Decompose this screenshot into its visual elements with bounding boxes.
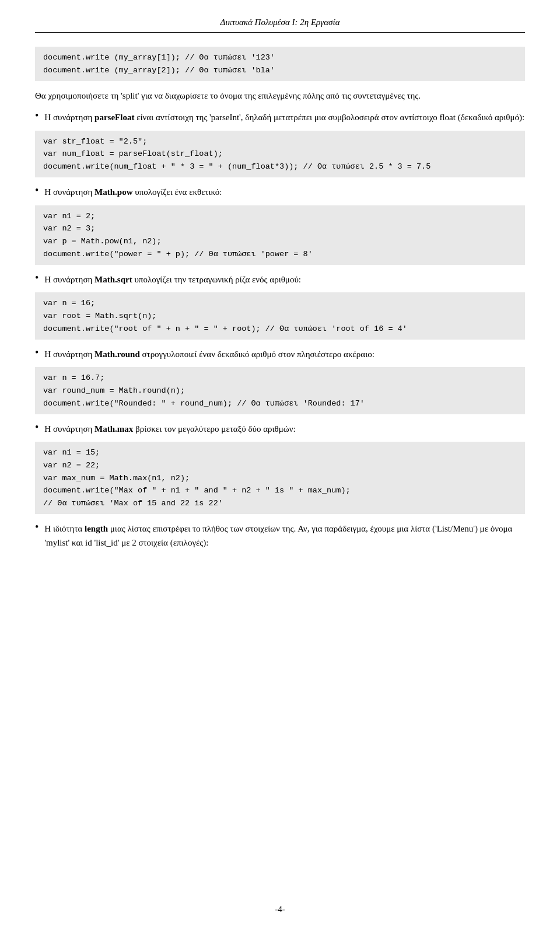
bullet-length: • Η ιδιότητα length μιας λίστας επιστρέφ… bbox=[35, 522, 525, 550]
bullet-parsefloat-bold: parseFloat bbox=[94, 113, 134, 122]
bullet-length-bold: length bbox=[85, 524, 108, 533]
bullet-mathpow-bold: Math.pow bbox=[94, 187, 132, 197]
bullet-mathpow-before: Η συνάρτηση bbox=[44, 187, 94, 197]
page-header-title: Δικτυακά Πολυμέσα Ι: 2η Εργασία bbox=[220, 18, 340, 27]
bullet-dot-mathsqrt: • bbox=[35, 272, 38, 284]
bullet-mathround-bold: Math.round bbox=[94, 350, 140, 359]
code-block-6: var n1 = 15; var n2 = 22; var max_num = … bbox=[35, 442, 525, 514]
bullet-mathsqrt-bold: Math.sqrt bbox=[94, 275, 132, 284]
bullet-item-mathpow: • Η συνάρτηση Math.pow υπολογίζει ένα εκ… bbox=[35, 186, 525, 199]
code-block-5: var n = 16.7; var round_num = Math.round… bbox=[35, 367, 525, 414]
bullet-mathsqrt-before: Η συνάρτηση bbox=[44, 275, 94, 284]
bullet-item-length: • Η ιδιότητα length μιας λίστας επιστρέφ… bbox=[35, 522, 525, 550]
bullet-mathsqrt: • Η συνάρτηση Math.sqrt υπολογίζει την τ… bbox=[35, 273, 525, 340]
bullet-mathsqrt-after: υπολογίζει την τετραγωνική ρίζα ενός αρι… bbox=[132, 275, 301, 284]
bullet-mathmax-bold: Math.max bbox=[94, 424, 133, 434]
bullet-mathmax: • Η συνάρτηση Math.max βρίσκει τον μεγαλ… bbox=[35, 422, 525, 514]
bullet-text-mathpow: Η συνάρτηση Math.pow υπολογίζει ένα εκθε… bbox=[44, 186, 222, 199]
bullet-text-mathround: Η συνάρτηση Math.round στρογγυλοποιεί έν… bbox=[44, 348, 374, 361]
code-block-2: var str_float = "2.5"; var num_float = p… bbox=[35, 131, 525, 178]
bullet-parsefloat-before: Η συνάρτηση bbox=[44, 113, 94, 122]
bullet-mathmax-after: βρίσκει τον μεγαλύτερο μεταξύ δύο αριθμώ… bbox=[133, 424, 295, 434]
bullet-length-before: Η ιδιότητα bbox=[44, 524, 85, 533]
code-block-3: var n1 = 2; var n2 = 3; var p = Math.pow… bbox=[35, 205, 525, 265]
bullet-item-mathround: • Η συνάρτηση Math.round στρογγυλοποιεί … bbox=[35, 348, 525, 361]
bullet-item-parsefloat: • Η συνάρτηση parseFloat είναι αντίστοιχ… bbox=[35, 111, 525, 124]
bullet-text-mathsqrt: Η συνάρτηση Math.sqrt υπολογίζει την τετ… bbox=[44, 273, 301, 286]
bullet-item-mathsqrt: • Η συνάρτηση Math.sqrt υπολογίζει την τ… bbox=[35, 273, 525, 286]
bullet-item-mathmax: • Η συνάρτηση Math.max βρίσκει τον μεγαλ… bbox=[35, 422, 525, 436]
bullet-mathround: • Η συνάρτηση Math.round στρογγυλοποιεί … bbox=[35, 348, 525, 414]
page-number: -4- bbox=[275, 904, 285, 914]
bullet-dot-parsefloat: • bbox=[35, 110, 38, 122]
code-block-4: var n = 16; var root = Math.sqrt(n); doc… bbox=[35, 292, 525, 340]
bullet-mathround-before: Η συνάρτηση bbox=[44, 350, 94, 359]
bullet-text-mathmax: Η συνάρτηση Math.max βρίσκει τον μεγαλύτ… bbox=[44, 422, 295, 436]
page-header: Δικτυακά Πολυμέσα Ι: 2η Εργασία bbox=[35, 18, 525, 33]
bullet-mathround-after: στρογγυλοποιεί έναν δεκαδικό αριθμό στον… bbox=[140, 350, 374, 359]
bullet-dot-length: • bbox=[35, 521, 38, 533]
bullet-dot-mathpow: • bbox=[35, 184, 38, 197]
bullet-parsefloat: • Η συνάρτηση parseFloat είναι αντίστοιχ… bbox=[35, 111, 525, 177]
bullet-dot-mathround: • bbox=[35, 347, 38, 359]
page-footer: -4- bbox=[0, 904, 560, 914]
page: Δικτυακά Πολυμέσα Ι: 2η Εργασία document… bbox=[0, 0, 560, 926]
bullet-mathmax-before: Η συνάρτηση bbox=[44, 424, 94, 434]
bullet-text-parsefloat: Η συνάρτηση parseFloat είναι αντίστοιχη … bbox=[44, 111, 524, 124]
code-block-1: document.write (my_array[1]); // Θα τυπώ… bbox=[35, 47, 525, 81]
bullet-parsefloat-after: είναι αντίστοιχη της 'parseInt', δηλαδή … bbox=[134, 113, 524, 122]
bullet-length-after: μιας λίστας επιστρέφει το πλήθος των στο… bbox=[44, 524, 512, 547]
intro-text: Θα χρησιμοποιήσετε τη 'split' για να δια… bbox=[35, 89, 525, 103]
bullet-dot-mathmax: • bbox=[35, 421, 38, 434]
bullet-text-length: Η ιδιότητα length μιας λίστας επιστρέφει… bbox=[44, 522, 525, 550]
bullet-mathpow: • Η συνάρτηση Math.pow υπολογίζει ένα εκ… bbox=[35, 186, 525, 265]
bullet-mathpow-after: υπολογίζει ένα εκθετικό: bbox=[133, 187, 222, 197]
